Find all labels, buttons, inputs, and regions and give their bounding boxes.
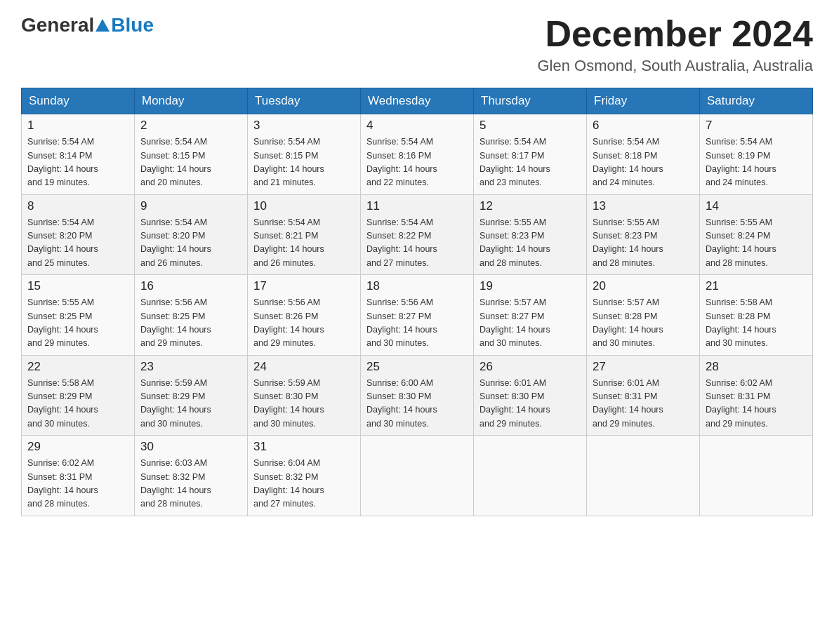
day-info: Sunrise: 5:55 AMSunset: 8:25 PMDaylight:… [27, 296, 128, 351]
title-section: December 2024 Glen Osmond, South Austral… [537, 14, 813, 75]
logo-triangle-icon [95, 19, 110, 32]
day-number: 24 [253, 360, 355, 374]
calendar-cell: 9Sunrise: 5:54 AMSunset: 8:20 PMDaylight… [135, 194, 248, 275]
calendar-cell: 24Sunrise: 5:59 AMSunset: 8:30 PMDayligh… [248, 355, 361, 436]
day-info: Sunrise: 5:54 AMSunset: 8:20 PMDaylight:… [140, 216, 241, 271]
day-info: Sunrise: 6:03 AMSunset: 8:32 PMDaylight:… [140, 457, 241, 511]
day-number: 9 [140, 199, 241, 213]
day-info: Sunrise: 6:01 AMSunset: 8:31 PMDaylight:… [593, 377, 694, 431]
calendar-cell: 11Sunrise: 5:54 AMSunset: 8:22 PMDayligh… [361, 194, 474, 275]
day-info: Sunrise: 6:02 AMSunset: 8:31 PMDaylight:… [706, 377, 807, 431]
day-number: 12 [479, 199, 581, 213]
day-number: 10 [253, 199, 355, 213]
month-title: December 2024 [537, 14, 813, 54]
weekday-header-saturday: Saturday [700, 88, 813, 114]
day-info: Sunrise: 5:56 AMSunset: 8:26 PMDaylight:… [253, 296, 355, 351]
calendar-cell: 19Sunrise: 5:57 AMSunset: 8:27 PMDayligh… [474, 275, 587, 356]
day-info: Sunrise: 5:59 AMSunset: 8:30 PMDaylight:… [253, 377, 355, 431]
day-info: Sunrise: 6:04 AMSunset: 8:32 PMDaylight:… [253, 457, 355, 511]
calendar-cell: 15Sunrise: 5:55 AMSunset: 8:25 PMDayligh… [22, 275, 135, 356]
day-number: 2 [140, 119, 241, 133]
calendar-cell: 20Sunrise: 5:57 AMSunset: 8:28 PMDayligh… [587, 275, 700, 356]
weekday-header-row: SundayMondayTuesdayWednesdayThursdayFrid… [22, 88, 813, 114]
weekday-header-monday: Monday [135, 88, 248, 114]
day-number: 28 [706, 360, 807, 374]
day-number: 15 [27, 279, 128, 293]
calendar-cell: 14Sunrise: 5:55 AMSunset: 8:24 PMDayligh… [700, 194, 813, 275]
day-info: Sunrise: 5:56 AMSunset: 8:27 PMDaylight:… [366, 296, 468, 351]
week-row-1: 1Sunrise: 5:54 AMSunset: 8:14 PMDaylight… [22, 114, 813, 195]
calendar-cell: 2Sunrise: 5:54 AMSunset: 8:15 PMDaylight… [135, 114, 248, 195]
calendar-cell: 12Sunrise: 5:55 AMSunset: 8:23 PMDayligh… [474, 194, 587, 275]
location-title: Glen Osmond, South Australia, Australia [537, 57, 813, 75]
day-number: 4 [366, 119, 468, 133]
week-row-5: 29Sunrise: 6:02 AMSunset: 8:31 PMDayligh… [22, 436, 813, 516]
calendar-cell: 18Sunrise: 5:56 AMSunset: 8:27 PMDayligh… [361, 275, 474, 356]
weekday-header-tuesday: Tuesday [248, 88, 361, 114]
day-number: 31 [253, 440, 355, 454]
calendar-cell: 4Sunrise: 5:54 AMSunset: 8:16 PMDaylight… [361, 114, 474, 195]
day-info: Sunrise: 5:54 AMSunset: 8:14 PMDaylight:… [27, 135, 128, 190]
day-number: 18 [366, 279, 468, 293]
day-info: Sunrise: 5:55 AMSunset: 8:23 PMDaylight:… [479, 216, 581, 271]
day-number: 3 [253, 119, 355, 133]
weekday-header-sunday: Sunday [22, 88, 135, 114]
day-number: 13 [593, 199, 694, 213]
day-number: 19 [479, 279, 581, 293]
day-number: 30 [140, 440, 241, 454]
day-info: Sunrise: 5:54 AMSunset: 8:20 PMDaylight:… [27, 216, 128, 271]
calendar-cell: 10Sunrise: 5:54 AMSunset: 8:21 PMDayligh… [248, 194, 361, 275]
day-info: Sunrise: 5:54 AMSunset: 8:15 PMDaylight:… [253, 135, 355, 190]
logo: General Blue [21, 14, 154, 36]
calendar-cell: 30Sunrise: 6:03 AMSunset: 8:32 PMDayligh… [135, 436, 248, 516]
weekday-header-friday: Friday [587, 88, 700, 114]
day-number: 26 [479, 360, 581, 374]
calendar-cell: 7Sunrise: 5:54 AMSunset: 8:19 PMDaylight… [700, 114, 813, 195]
day-number: 6 [593, 119, 694, 133]
calendar-cell: 23Sunrise: 5:59 AMSunset: 8:29 PMDayligh… [135, 355, 248, 436]
week-row-2: 8Sunrise: 5:54 AMSunset: 8:20 PMDaylight… [22, 194, 813, 275]
day-number: 11 [366, 199, 468, 213]
day-info: Sunrise: 5:54 AMSunset: 8:16 PMDaylight:… [366, 135, 468, 190]
day-number: 29 [27, 440, 128, 454]
calendar-cell: 21Sunrise: 5:58 AMSunset: 8:28 PMDayligh… [700, 275, 813, 356]
day-info: Sunrise: 5:57 AMSunset: 8:27 PMDaylight:… [479, 296, 581, 351]
calendar-cell: 6Sunrise: 5:54 AMSunset: 8:18 PMDaylight… [587, 114, 700, 195]
weekday-header-thursday: Thursday [474, 88, 587, 114]
day-info: Sunrise: 5:54 AMSunset: 8:15 PMDaylight:… [140, 135, 241, 190]
day-info: Sunrise: 5:55 AMSunset: 8:23 PMDaylight:… [593, 216, 694, 271]
calendar-cell: 1Sunrise: 5:54 AMSunset: 8:14 PMDaylight… [22, 114, 135, 195]
week-row-4: 22Sunrise: 5:58 AMSunset: 8:29 PMDayligh… [22, 355, 813, 436]
calendar-cell: 17Sunrise: 5:56 AMSunset: 8:26 PMDayligh… [248, 275, 361, 356]
day-number: 7 [706, 119, 807, 133]
day-info: Sunrise: 6:01 AMSunset: 8:30 PMDaylight:… [479, 377, 581, 431]
day-info: Sunrise: 5:54 AMSunset: 8:21 PMDaylight:… [253, 216, 355, 271]
day-number: 23 [140, 360, 241, 374]
logo-text: General Blue [21, 14, 154, 36]
day-info: Sunrise: 5:59 AMSunset: 8:29 PMDaylight:… [140, 377, 241, 431]
week-row-3: 15Sunrise: 5:55 AMSunset: 8:25 PMDayligh… [22, 275, 813, 356]
calendar-table: SundayMondayTuesdayWednesdayThursdayFrid… [21, 88, 813, 516]
day-info: Sunrise: 6:02 AMSunset: 8:31 PMDaylight:… [27, 457, 128, 511]
day-number: 14 [706, 199, 807, 213]
calendar-cell [361, 436, 474, 516]
day-number: 22 [27, 360, 128, 374]
day-info: Sunrise: 5:55 AMSunset: 8:24 PMDaylight:… [706, 216, 807, 271]
day-number: 17 [253, 279, 355, 293]
calendar-cell: 16Sunrise: 5:56 AMSunset: 8:25 PMDayligh… [135, 275, 248, 356]
day-number: 27 [593, 360, 694, 374]
calendar-cell: 13Sunrise: 5:55 AMSunset: 8:23 PMDayligh… [587, 194, 700, 275]
calendar-cell: 22Sunrise: 5:58 AMSunset: 8:29 PMDayligh… [22, 355, 135, 436]
day-info: Sunrise: 6:00 AMSunset: 8:30 PMDaylight:… [366, 377, 468, 431]
day-number: 1 [27, 119, 128, 133]
weekday-header-wednesday: Wednesday [361, 88, 474, 114]
day-number: 25 [366, 360, 468, 374]
day-info: Sunrise: 5:54 AMSunset: 8:22 PMDaylight:… [366, 216, 468, 271]
day-info: Sunrise: 5:57 AMSunset: 8:28 PMDaylight:… [593, 296, 694, 351]
calendar-cell: 27Sunrise: 6:01 AMSunset: 8:31 PMDayligh… [587, 355, 700, 436]
day-info: Sunrise: 5:56 AMSunset: 8:25 PMDaylight:… [140, 296, 241, 351]
calendar-cell: 5Sunrise: 5:54 AMSunset: 8:17 PMDaylight… [474, 114, 587, 195]
page-header: General Blue December 2024 Glen Osmond, … [21, 14, 813, 75]
calendar-cell: 8Sunrise: 5:54 AMSunset: 8:20 PMDaylight… [22, 194, 135, 275]
day-info: Sunrise: 5:54 AMSunset: 8:17 PMDaylight:… [479, 135, 581, 190]
